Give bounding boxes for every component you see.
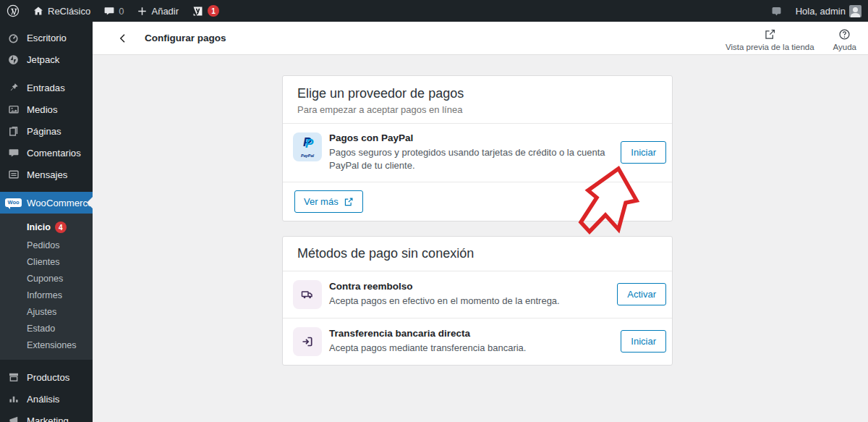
- paypal-title: Pagos con PayPal: [329, 132, 610, 143]
- sidebar-item-jetpack[interactable]: Jetpack: [0, 48, 93, 70]
- paypal-wordmark: PayPal: [293, 153, 322, 158]
- paypal-start-button[interactable]: Iniciar: [621, 141, 666, 164]
- content-area: Elige un proveedor de pagos Para empezar…: [93, 55, 868, 421]
- external-link-icon: [344, 197, 354, 207]
- site-menu[interactable]: ReClásico: [26, 0, 97, 22]
- sidebar-label: Marketing: [27, 415, 69, 422]
- sidebar-item-paginas[interactable]: Páginas: [0, 120, 93, 142]
- woo-bubble-text: Woo: [5, 198, 21, 207]
- provider-card-header: Elige un proveedor de pagos Para empezar…: [283, 76, 672, 124]
- sidebar-item-woocommerce[interactable]: Woo WooCommerce: [0, 192, 93, 214]
- megaphone-icon: [7, 414, 20, 422]
- see-more-label: Ver más: [304, 196, 339, 207]
- provider-card-title: Elige un proveedor de pagos: [297, 85, 658, 102]
- inicio-count-badge: 4: [55, 221, 67, 233]
- back-button[interactable]: [114, 30, 132, 47]
- new-content-menu[interactable]: Añadir: [130, 0, 185, 22]
- cod-row: Contra reembolso Acepta pagos en efectiv…: [283, 271, 672, 318]
- notification-icon: [770, 5, 783, 17]
- sidebar-label: Comentarios: [27, 148, 81, 159]
- sidebar-label: WooCommerce: [27, 198, 93, 208]
- admin-bar-right: Hola, admin: [764, 0, 868, 22]
- submenu-item-cupones[interactable]: Cupones: [0, 271, 93, 287]
- chevron-left-icon: [117, 33, 129, 44]
- plus-icon: [137, 6, 148, 17]
- submenu-label: Informes: [27, 290, 62, 300]
- paypal-texts: Pagos con PayPal Pagos seguros y protegi…: [329, 132, 615, 174]
- yoast-menu[interactable]: 1: [185, 0, 226, 22]
- submenu-item-extensiones[interactable]: Extensiones: [0, 337, 93, 354]
- wordpress-icon: [7, 4, 20, 17]
- sidebar-item-medios[interactable]: Medios: [0, 98, 93, 120]
- cod-activate-button[interactable]: Activar: [617, 283, 666, 305]
- provider-card-footer: Ver más: [283, 182, 672, 221]
- yoast-seo-icon: [192, 5, 204, 17]
- active-menu-notch: [87, 197, 93, 208]
- offline-card-title: Métodos de pago sin conexión: [297, 245, 658, 262]
- sidebar-item-marketing[interactable]: Marketing: [0, 410, 93, 422]
- comments-icon: [7, 146, 20, 160]
- submenu-item-pedidos[interactable]: Pedidos: [0, 237, 93, 254]
- submenu-item-clientes[interactable]: Clientes: [0, 254, 93, 271]
- pages-icon: [7, 125, 20, 138]
- comments-shortcut[interactable]: 0: [97, 0, 130, 22]
- sidebar-label: Páginas: [27, 126, 61, 137]
- woocommerce-icon: Woo: [7, 196, 20, 210]
- submenu-item-informes[interactable]: Informes: [0, 287, 93, 304]
- help-icon: [838, 28, 851, 41]
- sidebar-item-comentarios[interactable]: Comentarios: [0, 142, 93, 164]
- see-more-button[interactable]: Ver más: [294, 190, 363, 213]
- cod-texts: Contra reembolso Acepta pagos en efectiv…: [329, 281, 611, 308]
- dashboard-icon: [7, 31, 20, 45]
- bank-transfer-title: Transferencia bancaria directa: [329, 328, 610, 339]
- sidebar-item-productos[interactable]: Productos: [0, 366, 93, 388]
- page-title: Configurar pagos: [145, 33, 226, 43]
- submenu-label: Extensiones: [27, 340, 77, 350]
- cod-title: Contra reembolso: [329, 281, 607, 292]
- submenu-item-ajustes[interactable]: Ajustes: [0, 304, 93, 321]
- cash-on-delivery-icon: [293, 280, 322, 309]
- submenu-label: Estado: [27, 324, 55, 334]
- woocommerce-submenu: Inicio 4 Pedidos Clientes Cupones Inform…: [0, 214, 93, 360]
- sidebar-item-analisis[interactable]: Análisis: [0, 388, 93, 410]
- analytics-icon: [7, 392, 20, 406]
- submenu-label: Clientes: [27, 257, 60, 267]
- sidebar-item-entradas[interactable]: Entradas: [0, 77, 93, 98]
- greeting-text: Hola, admin: [796, 6, 846, 17]
- products-icon: [7, 371, 20, 384]
- submenu-label: Ajustes: [27, 307, 56, 317]
- submenu-label: Pedidos: [27, 240, 60, 250]
- paypal-description: Pagos seguros y protegidos usando tarjet…: [329, 146, 610, 174]
- bank-transfer-texts: Transferencia bancaria directa Acepta pa…: [329, 328, 615, 355]
- paypal-monogram-front: P: [305, 138, 313, 150]
- admin-sidebar: Escritorio Jetpack Entradas Medios Págin…: [0, 22, 93, 422]
- bank-transfer-start-button[interactable]: Iniciar: [621, 330, 666, 353]
- bank-transfer-row: Transferencia bancaria directa Acepta pa…: [283, 318, 672, 365]
- admin-bar-left: ReClásico 0 Añadir 1: [0, 0, 226, 22]
- store-preview-button[interactable]: Vista previa de la tienda: [726, 25, 814, 51]
- wordpress-logo[interactable]: [0, 0, 26, 22]
- sidebar-label: Medios: [27, 104, 58, 115]
- bank-transfer-icon: [293, 327, 322, 356]
- page-header: Configurar pagos Vista previa de la tien…: [93, 22, 868, 55]
- provider-card: Elige un proveedor de pagos Para empezar…: [282, 75, 673, 221]
- site-name: ReClásico: [48, 6, 90, 17]
- external-link-icon: [764, 28, 776, 41]
- bank-transfer-description: Acepta pagos mediante transferencia banc…: [329, 342, 610, 355]
- messages-icon: [7, 168, 20, 182]
- provider-card-subtitle: Para empezar a aceptar pagos en línea: [297, 104, 658, 115]
- submenu-label: Inicio: [27, 222, 51, 233]
- paypal-row: P P PayPal Pagos con PayPal Pagos seguro…: [283, 124, 672, 182]
- submenu-item-inicio[interactable]: Inicio 4: [0, 218, 93, 237]
- sidebar-item-mensajes[interactable]: Mensajes: [0, 164, 93, 185]
- notification-menu[interactable]: [764, 0, 789, 22]
- media-icon: [7, 103, 20, 117]
- new-content-label: Añadir: [151, 6, 179, 17]
- offline-card-header: Métodos de pago sin conexión: [283, 237, 672, 271]
- header-actions: Vista previa de la tienda Ayuda: [726, 25, 868, 51]
- help-button[interactable]: Ayuda: [833, 25, 856, 51]
- account-menu[interactable]: Hola, admin: [789, 0, 868, 22]
- sidebar-item-escritorio[interactable]: Escritorio: [0, 27, 93, 48]
- submenu-item-estado[interactable]: Estado: [0, 321, 93, 337]
- sidebar-label: Mensajes: [27, 169, 67, 180]
